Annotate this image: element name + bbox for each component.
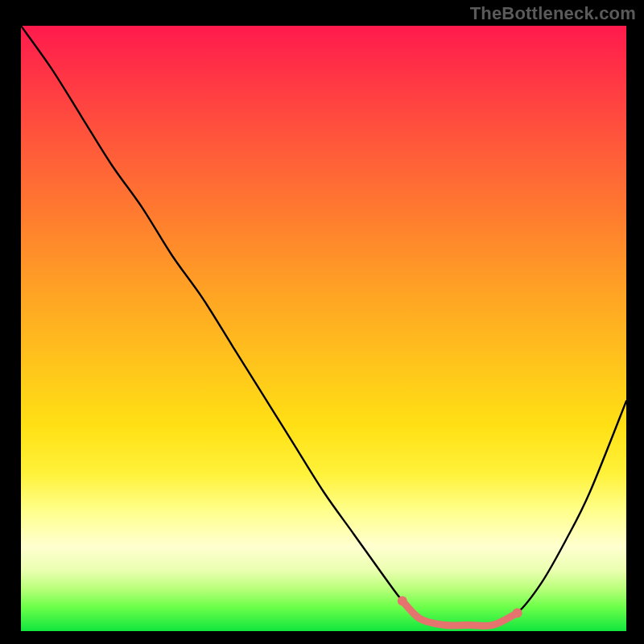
optimal-range-marker: [402, 601, 518, 625]
curve-layer: [21, 26, 626, 631]
bottleneck-curve: [21, 26, 626, 626]
optimal-range-start-dot: [398, 596, 407, 605]
chart-frame: TheBottleneck.com: [0, 0, 644, 644]
attribution-text: TheBottleneck.com: [470, 3, 636, 24]
plot-area: [21, 26, 626, 631]
optimal-range-end-dot: [513, 608, 522, 617]
